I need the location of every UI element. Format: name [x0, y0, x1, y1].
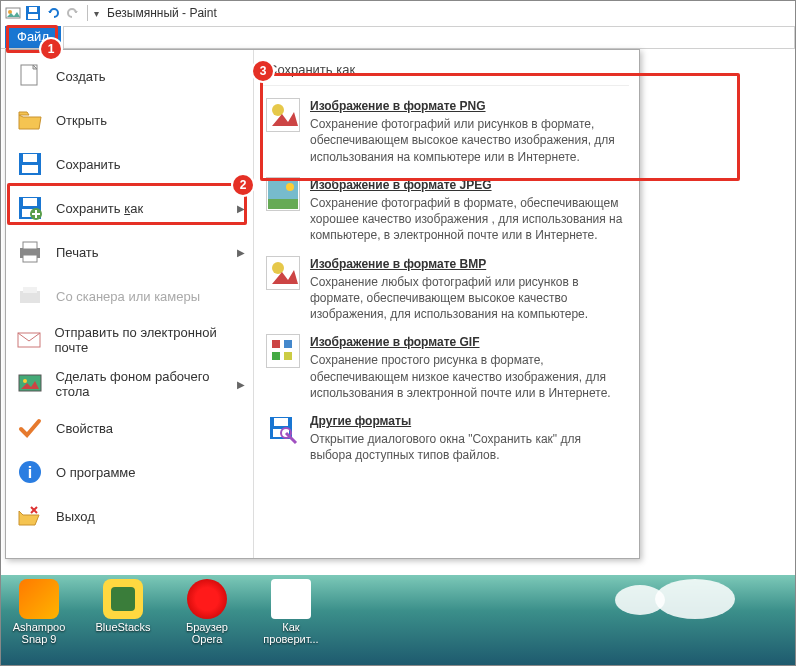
svg-rect-10: [23, 198, 37, 206]
print-icon: [16, 238, 44, 266]
menu-label: О программе: [56, 465, 136, 480]
desktop-icon-opera[interactable]: Браузер Opera: [177, 579, 237, 645]
menu-item-new[interactable]: Создать: [6, 54, 253, 98]
wallpaper-icon: [16, 370, 43, 398]
menu-label: Сделать фоном рабочего стола: [55, 369, 243, 399]
menu-label: Выход: [56, 509, 95, 524]
other-format-icon: [266, 413, 300, 447]
format-desc: Сохранение простого рисунка в формате, о…: [310, 353, 611, 399]
svg-rect-31: [272, 340, 280, 348]
format-desc: Открытие диалогового окна "Сохранить как…: [310, 432, 581, 462]
annotation-badge-1: 1: [41, 39, 61, 59]
svg-rect-25: [268, 179, 298, 199]
menu-label: Создать: [56, 69, 105, 84]
file-menu-right: Сохранить как Изображение в формате PNGС…: [254, 50, 639, 558]
format-title: Изображение в формате JPEG: [310, 177, 625, 193]
doc-icon: [271, 579, 311, 619]
menu-item-save-as[interactable]: Сохранить как ▶: [6, 186, 253, 230]
desktop-strip: Ashampoo Snap 9 BlueStacks Браузер Opera…: [1, 575, 795, 665]
ribbon-tabs: Файл: [1, 25, 795, 49]
gif-icon: [266, 334, 300, 368]
open-icon: [16, 106, 44, 134]
undo-icon[interactable]: [45, 5, 61, 21]
quick-access-toolbar: ▾ Безымянный - Paint: [1, 1, 795, 25]
menu-label: Сохранить: [56, 157, 121, 172]
svg-rect-4: [28, 14, 38, 19]
submenu-arrow-icon: ▶: [237, 379, 245, 390]
menu-label: Печать: [56, 245, 99, 260]
format-title: Изображение в формате BMP: [310, 256, 625, 272]
svg-rect-36: [274, 418, 288, 426]
svg-rect-8: [22, 165, 38, 173]
check-icon: [16, 414, 44, 442]
format-desc: Сохранение фотографий в формате, обеспеч…: [310, 196, 622, 242]
svg-text:i: i: [28, 464, 32, 481]
menu-item-wallpaper[interactable]: Сделать фоном рабочего стола ▶: [6, 362, 253, 406]
svg-rect-7: [23, 154, 37, 162]
desktop-icon-howto[interactable]: Как проверит...: [261, 579, 321, 645]
svg-rect-14: [23, 242, 37, 249]
email-icon: [16, 326, 42, 354]
png-icon: [266, 98, 300, 132]
format-desc: Сохранение фотографий или рисунков в фор…: [310, 117, 615, 163]
svg-rect-33: [272, 352, 280, 360]
menu-label: Отправить по электронной почте: [54, 325, 243, 355]
format-other[interactable]: Другие форматыОткрытие диалогового окна …: [262, 407, 629, 470]
svg-rect-15: [23, 255, 37, 262]
submenu-arrow-icon: ▶: [237, 203, 245, 214]
menu-label: Свойства: [56, 421, 113, 436]
redo-icon[interactable]: [65, 5, 81, 21]
desktop-label: Как проверит...: [261, 621, 321, 645]
format-desc: Сохранение любых фотографий или рисунков…: [310, 275, 588, 321]
menu-label: Сохранить как: [56, 201, 143, 216]
window-title: Безымянный - Paint: [107, 6, 217, 20]
opera-icon: [187, 579, 227, 619]
submenu-header: Сохранить как: [262, 58, 629, 86]
format-jpeg[interactable]: Изображение в формате JPEGСохранение фот…: [262, 171, 629, 250]
ribbon-blank: [63, 26, 795, 48]
save-icon[interactable]: [25, 5, 41, 21]
svg-rect-3: [29, 7, 37, 12]
format-title: Другие форматы: [310, 413, 625, 429]
svg-rect-17: [23, 287, 37, 293]
annotation-badge-2: 2: [233, 175, 253, 195]
menu-label: Открыть: [56, 113, 107, 128]
menu-item-open[interactable]: Открыть: [6, 98, 253, 142]
menu-item-email[interactable]: Отправить по электронной почте: [6, 318, 253, 362]
svg-rect-34: [284, 352, 292, 360]
file-menu-panel: Создать Открыть Сохранить Сохранить как …: [5, 49, 640, 559]
menu-item-save[interactable]: Сохранить: [6, 142, 253, 186]
submenu-arrow-icon: ▶: [237, 247, 245, 258]
save-as-icon: [16, 194, 44, 222]
format-title: Изображение в формате PNG: [310, 98, 625, 114]
menu-item-exit[interactable]: Выход: [6, 494, 253, 538]
bluestacks-icon: [103, 579, 143, 619]
menu-label: Со сканера или камеры: [56, 289, 200, 304]
svg-rect-26: [268, 199, 298, 209]
info-icon: i: [16, 458, 44, 486]
menu-item-properties[interactable]: Свойства: [6, 406, 253, 450]
format-gif[interactable]: Изображение в формате GIFСохранение прос…: [262, 328, 629, 407]
menu-item-about[interactable]: i О программе: [6, 450, 253, 494]
menu-item-print[interactable]: Печать ▶: [6, 230, 253, 274]
scanner-icon: [16, 282, 44, 310]
format-png[interactable]: Изображение в формате PNGСохранение фото…: [262, 92, 629, 171]
svg-point-29: [272, 262, 284, 274]
desktop-icon-ashampoo[interactable]: Ashampoo Snap 9: [9, 579, 69, 645]
desktop-label: Ashampoo Snap 9: [9, 621, 69, 645]
desktop-icon-bluestacks[interactable]: BlueStacks: [93, 579, 153, 633]
app-icon: [5, 5, 21, 21]
jpeg-icon: [266, 177, 300, 211]
save-icon: [16, 150, 44, 178]
annotation-badge-3: 3: [253, 61, 273, 81]
svg-point-20: [23, 379, 27, 383]
desktop-label: BlueStacks: [93, 621, 153, 633]
ashampoo-icon: [19, 579, 59, 619]
bmp-icon: [266, 256, 300, 290]
svg-point-27: [286, 183, 294, 191]
exit-icon: [16, 502, 44, 530]
format-title: Изображение в формате GIF: [310, 334, 625, 350]
svg-rect-32: [284, 340, 292, 348]
format-bmp[interactable]: Изображение в формате BMPСохранение любы…: [262, 250, 629, 329]
qat-dropdown-icon[interactable]: ▾: [94, 8, 99, 19]
